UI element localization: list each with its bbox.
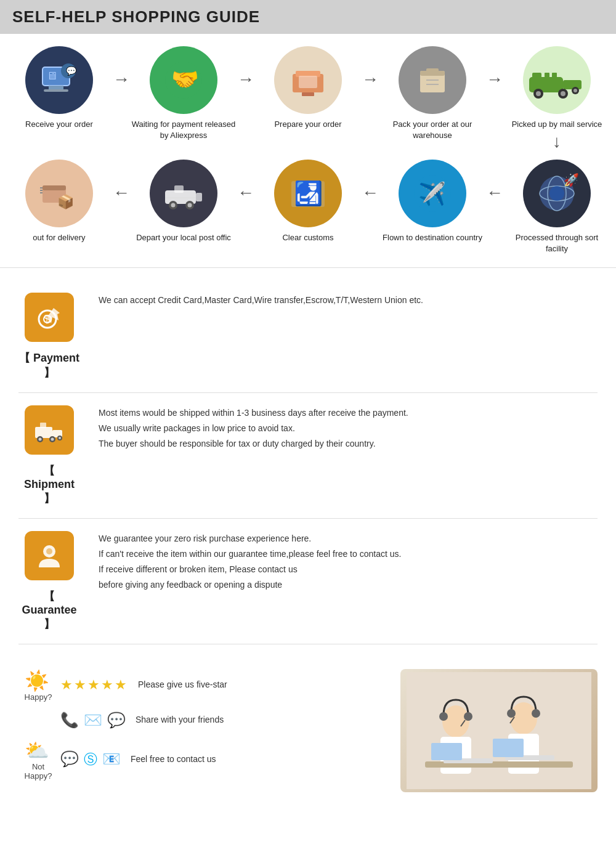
chat-icon: 💬 bbox=[107, 712, 126, 729]
flow-icon-2: 🤝 bbox=[150, 46, 217, 114]
shipment-text: Most items would be shipped within 1-3 b… bbox=[80, 405, 598, 452]
not-happy-label: Not Happy? bbox=[20, 762, 57, 781]
flow-icon-8: 🛃 bbox=[274, 160, 342, 227]
svg-point-73 bbox=[507, 709, 516, 718]
messenger-icon: 💬 bbox=[60, 750, 79, 769]
guarantee-text: We guarantee your zero risk purchase exp… bbox=[80, 531, 598, 593]
flow-item-2: 🤝 Waiting for payment released by Aliexp… bbox=[131, 46, 236, 141]
flow-label-10: Processed through sort facility bbox=[505, 232, 609, 254]
svg-rect-19 bbox=[532, 73, 541, 79]
flow-row-2: 📦 out for delivery ← Depart yo bbox=[6, 160, 610, 254]
svg-point-23 bbox=[536, 91, 541, 96]
mail-icon: 📧 bbox=[102, 750, 121, 769]
shipment-block: 【 Shipment 】 Most items would be shipped… bbox=[18, 393, 598, 519]
svg-text:🤝: 🤝 bbox=[171, 66, 199, 92]
flow-item-4: Pack your order at our warehouse bbox=[380, 46, 485, 141]
arrow-4: → bbox=[486, 70, 503, 89]
svg-point-64 bbox=[46, 548, 52, 554]
arrow-1: → bbox=[113, 70, 130, 89]
payment-icon-box: $ 【 Payment 】 bbox=[18, 293, 80, 380]
svg-text:🚀: 🚀 bbox=[564, 172, 578, 187]
flow-item-9: ✈️ Flown to destination country bbox=[380, 160, 485, 243]
svg-text:🛃: 🛃 bbox=[294, 179, 323, 208]
flow-label-6: out for delivery bbox=[33, 232, 85, 243]
flow-icon-1: 💬 🖥 bbox=[25, 46, 93, 114]
email-icon: ✉️ bbox=[84, 712, 102, 729]
happy-row: ☀️ Happy? ★★★★★ Please give us five-star bbox=[18, 669, 400, 702]
skype-icon: Ⓢ bbox=[84, 750, 97, 769]
payment-text: We can accept Credit Card,Master Card,Wi… bbox=[80, 293, 598, 308]
flow-row-1: 💬 🖥 Receive your order → 🤝 Waiting for p… bbox=[6, 46, 610, 153]
five-stars: ★★★★★ bbox=[60, 677, 128, 693]
svg-point-27 bbox=[573, 89, 577, 92]
flow-label-7: Depart your local post offic bbox=[136, 232, 231, 243]
svg-rect-65 bbox=[407, 672, 591, 789]
svg-rect-29 bbox=[43, 185, 66, 190]
arrow-2: → bbox=[237, 70, 254, 89]
payment-block: $ 【 Payment 】 We can accept Credit Card,… bbox=[18, 280, 598, 393]
svg-rect-1 bbox=[49, 86, 63, 89]
flow-label-8: Clear customs bbox=[282, 232, 333, 243]
info-section: $ 【 Payment 】 We can accept Credit Card,… bbox=[0, 267, 616, 657]
svg-rect-54 bbox=[35, 427, 52, 438]
arrow-5: ← bbox=[113, 183, 130, 203]
shipment-icon-box: 【 Shipment 】 bbox=[18, 405, 80, 506]
svg-point-59 bbox=[51, 437, 54, 440]
flow-label-2: Waiting for payment released by Aliexpre… bbox=[131, 119, 236, 141]
bottom-left: ☀️ Happy? ★★★★★ Please give us five-star… bbox=[18, 669, 400, 790]
flow-label-9: Flown to destination country bbox=[383, 232, 482, 243]
svg-rect-35 bbox=[196, 193, 202, 201]
svg-rect-18 bbox=[563, 80, 582, 89]
svg-text:💬: 💬 bbox=[66, 66, 77, 76]
svg-point-37 bbox=[171, 203, 176, 208]
share-row: 📞 ✉️ 💬 Share with your friends bbox=[55, 712, 400, 729]
customer-service-image bbox=[400, 669, 598, 792]
share-text: Share with your friends bbox=[136, 712, 224, 728]
svg-text:✈️: ✈️ bbox=[418, 181, 446, 207]
flow-label-4: Pack your order at our warehouse bbox=[380, 119, 485, 141]
svg-point-69 bbox=[464, 712, 472, 721]
flow-item-3: Prepare your order bbox=[256, 46, 360, 130]
flow-icon-9: ✈️ bbox=[399, 160, 466, 227]
sun-icon: ☀️ bbox=[22, 669, 52, 692]
shipment-label: 【 Shipment 】 bbox=[18, 463, 80, 506]
svg-rect-17 bbox=[529, 77, 563, 92]
contact-icons: 💬 Ⓢ 📧 bbox=[60, 750, 121, 769]
arrow-7: ← bbox=[362, 183, 379, 203]
cloud-icon: ⛅ bbox=[22, 739, 52, 762]
flow-icon-6: 📦 bbox=[25, 160, 93, 227]
happy-label: Happy? bbox=[20, 692, 57, 702]
flow-icon-3 bbox=[274, 46, 342, 114]
guarantee-icon bbox=[25, 531, 74, 580]
flow-item-6: 📦 out for delivery bbox=[7, 160, 111, 243]
svg-point-74 bbox=[532, 709, 540, 718]
arrow-down: ↓ bbox=[553, 133, 561, 150]
guarantee-icon-box: 【 Guarantee 】 bbox=[18, 531, 80, 631]
flow-item-7: Depart your local post offic bbox=[131, 160, 236, 243]
svg-rect-20 bbox=[545, 73, 549, 79]
svg-point-66 bbox=[442, 705, 469, 737]
flow-section: 💬 🖥 Receive your order → 🤝 Waiting for p… bbox=[0, 34, 616, 267]
svg-point-68 bbox=[439, 712, 448, 721]
svg-point-61 bbox=[59, 437, 61, 439]
svg-rect-80 bbox=[493, 739, 524, 757]
header-title: SELF-HELP SHOPPING GUIDE bbox=[12, 7, 260, 26]
share-icons: 📞 ✉️ 💬 bbox=[60, 712, 126, 729]
flow-icon-4 bbox=[399, 46, 466, 114]
svg-point-39 bbox=[188, 203, 192, 208]
svg-point-57 bbox=[39, 437, 42, 440]
svg-rect-11 bbox=[302, 92, 314, 96]
flow-label-1: Receive your order bbox=[25, 119, 93, 130]
flow-label-5: Picked up by mail service bbox=[512, 119, 602, 130]
flow-icon-5 bbox=[523, 46, 591, 114]
svg-rect-10 bbox=[299, 76, 317, 88]
arrow-8: ← bbox=[486, 183, 503, 203]
svg-rect-79 bbox=[431, 743, 462, 760]
payment-label: 【 Payment 】 bbox=[18, 351, 80, 380]
shipment-icon bbox=[25, 405, 74, 455]
svg-text:📦: 📦 bbox=[57, 193, 75, 210]
svg-text:🖥: 🖥 bbox=[46, 70, 57, 82]
svg-rect-40 bbox=[174, 185, 184, 193]
contact-text: Feel free to contact us bbox=[131, 752, 216, 767]
flow-item-8: 🛃 Clear customs bbox=[256, 160, 360, 243]
